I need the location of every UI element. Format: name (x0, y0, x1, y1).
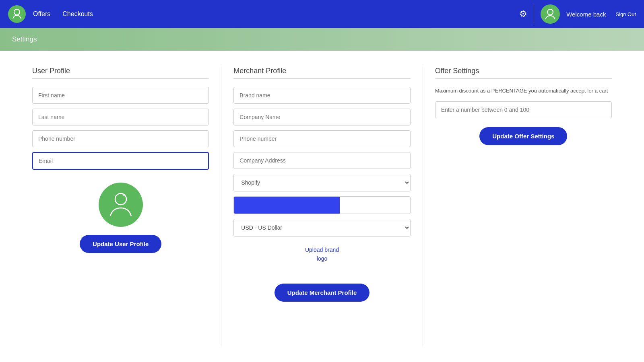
company-address-input[interactable] (233, 152, 410, 169)
col-divider-2 (423, 67, 423, 346)
brand-name-input[interactable] (233, 87, 410, 104)
user-profile-title: User Profile (32, 67, 209, 75)
platform-select[interactable]: Shopify (233, 174, 410, 191)
nav-right: ⚙ Welcome back Sign Out (519, 4, 636, 24)
nav-avatar (541, 4, 560, 24)
currency-select[interactable]: USD - US Dollar (233, 219, 410, 237)
color-swatch (234, 197, 339, 214)
update-user-profile-button[interactable]: Update User Profile (80, 235, 161, 253)
gear-icon[interactable]: ⚙ (519, 9, 527, 19)
svg-point-0 (14, 9, 20, 15)
merchant-phone-input[interactable] (233, 130, 410, 147)
navbar: Offers Checkouts ⚙ Welcome back Sign Out (0, 0, 644, 28)
update-user-profile-btn-container: Update User Profile (32, 235, 209, 253)
company-name-input[interactable] (233, 109, 410, 125)
svg-point-2 (115, 193, 126, 205)
avatar (99, 183, 143, 227)
user-phone-input[interactable] (32, 130, 209, 147)
merchant-profile-divider (233, 78, 410, 79)
update-offer-settings-btn-container: Update Offer Settings (435, 127, 612, 145)
settings-title: Settings (12, 35, 37, 43)
welcome-text: Welcome back (566, 11, 606, 18)
nav-offers[interactable]: Offers (33, 10, 50, 18)
app-logo (8, 5, 26, 23)
update-merchant-profile-btn-container: Update Merchant Profile (233, 284, 410, 302)
update-merchant-profile-button[interactable]: Update Merchant Profile (275, 284, 370, 302)
signout-button[interactable]: Sign Out (615, 11, 636, 17)
last-name-input[interactable] (32, 109, 209, 125)
nav-divider (534, 4, 534, 24)
first-name-input[interactable] (32, 87, 209, 104)
upload-brand-logo-link[interactable]: Upload brandlogo (233, 245, 410, 263)
merchant-profile-title: Merchant Profile (233, 67, 410, 75)
settings-banner: Settings (0, 28, 644, 51)
offer-settings-divider (435, 78, 612, 79)
color-picker-row[interactable] (233, 196, 410, 214)
offer-settings-column: Offer Settings Maximum discount as a PER… (427, 67, 620, 346)
col-divider-1 (221, 67, 221, 346)
email-input[interactable] (32, 152, 209, 170)
user-profile-column: User Profile Update User Profile (24, 67, 217, 346)
user-profile-divider (32, 78, 209, 79)
merchant-profile-column: Merchant Profile Shopify USD - US Dollar… (225, 67, 418, 346)
offer-settings-title: Offer Settings (435, 67, 612, 75)
nav-links: Offers Checkouts (33, 10, 93, 18)
nav-checkouts[interactable]: Checkouts (62, 10, 93, 18)
offer-settings-description: Maximum discount as a PERCENTAGE you aut… (435, 87, 612, 95)
user-avatar-container (32, 183, 209, 227)
update-offer-settings-button[interactable]: Update Offer Settings (479, 127, 567, 145)
main-content: User Profile Update User Profile Merchan… (0, 51, 644, 362)
svg-point-1 (547, 9, 553, 15)
discount-percentage-input[interactable] (435, 101, 612, 118)
